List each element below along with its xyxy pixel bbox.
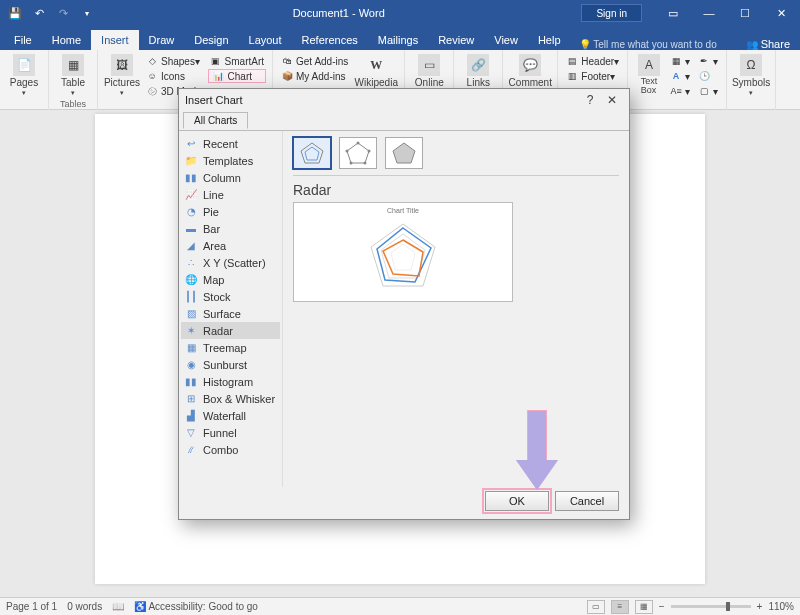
zoom-out-icon[interactable]: − xyxy=(659,601,665,612)
tab-references[interactable]: References xyxy=(292,30,368,50)
side-templates[interactable]: 📁Templates xyxy=(181,152,280,169)
pages-icon: 📄 xyxy=(13,54,35,76)
side-funnel[interactable]: ▽Funnel xyxy=(181,424,280,441)
side-scatter[interactable]: ∴X Y (Scatter) xyxy=(181,254,280,271)
qat-dropdown-icon[interactable]: ▾ xyxy=(78,4,96,22)
radar-subtype-1[interactable] xyxy=(293,137,331,169)
side-histogram[interactable]: ▮▮Histogram xyxy=(181,373,280,390)
tab-view[interactable]: View xyxy=(484,30,528,50)
tab-mailings[interactable]: Mailings xyxy=(368,30,428,50)
document-title: Document1 - Word xyxy=(96,7,581,19)
myaddins-button[interactable]: 📦My Add-ins xyxy=(279,69,350,83)
datetime-button[interactable]: 🕒 xyxy=(696,69,720,83)
pages-button[interactable]: 📄 Pages ▾ xyxy=(4,52,44,97)
side-line[interactable]: 📈Line xyxy=(181,186,280,203)
comment-button[interactable]: 💬 Comment xyxy=(507,52,553,88)
tab-review[interactable]: Review xyxy=(428,30,484,50)
side-column-label: Column xyxy=(203,172,241,184)
table-button[interactable]: ▦ Table ▾ xyxy=(53,52,93,97)
side-stock[interactable]: ┃┃Stock xyxy=(181,288,280,305)
side-sunburst[interactable]: ◉Sunburst xyxy=(181,356,280,373)
tell-me-placeholder: Tell me what you want to do xyxy=(593,39,716,50)
side-area[interactable]: ◢Area xyxy=(181,237,280,254)
wikipedia-label: Wikipedia xyxy=(355,77,398,88)
side-recent-label: Recent xyxy=(203,138,238,150)
side-surface[interactable]: ▨Surface xyxy=(181,305,280,322)
web-layout-icon[interactable]: ▦ xyxy=(635,600,653,614)
tab-draw[interactable]: Draw xyxy=(139,30,185,50)
header-icon: ▤ xyxy=(566,55,578,67)
side-bar[interactable]: ▬Bar xyxy=(181,220,280,237)
subtype-thumbs xyxy=(293,137,619,176)
side-pie[interactable]: ◔Pie xyxy=(181,203,280,220)
object-button[interactable]: ▢▾ xyxy=(696,84,720,98)
signature-button[interactable]: ✒▾ xyxy=(696,54,720,68)
close-icon[interactable]: ✕ xyxy=(764,0,798,26)
textbox-button[interactable]: A Text Box xyxy=(632,52,666,110)
radar-subtype-2[interactable] xyxy=(339,137,377,169)
cancel-button[interactable]: Cancel xyxy=(555,491,619,511)
dropcap-button[interactable]: A≡▾ xyxy=(668,84,692,98)
smartart-button[interactable]: ▣SmartArt xyxy=(208,54,266,68)
getaddins-button[interactable]: 🛍Get Add-ins xyxy=(279,54,350,68)
tell-me-search[interactable]: 💡 Tell me what you want to do xyxy=(579,39,717,50)
undo-icon[interactable]: ↶ xyxy=(30,4,48,22)
header-label: Header xyxy=(581,56,614,67)
header-button[interactable]: ▤Header ▾ xyxy=(564,54,621,68)
allcharts-tab[interactable]: All Charts xyxy=(183,112,248,129)
word-count[interactable]: 0 words xyxy=(67,601,102,612)
quickparts-icon: ▦ xyxy=(670,55,682,67)
print-layout-icon[interactable]: ≡ xyxy=(611,600,629,614)
onlinevideo-button[interactable]: ▭ Online xyxy=(409,52,449,88)
tab-file[interactable]: File xyxy=(4,30,42,50)
footer-button[interactable]: ▥Footer ▾ xyxy=(564,69,621,83)
page-indicator[interactable]: Page 1 of 1 xyxy=(6,601,57,612)
quickparts-button[interactable]: ▦▾ xyxy=(668,54,692,68)
shapes-button[interactable]: ◇Shapes ▾ xyxy=(144,54,204,68)
save-icon[interactable]: 💾 xyxy=(6,4,24,22)
side-radar[interactable]: ✶Radar xyxy=(181,322,280,339)
zoom-level[interactable]: 110% xyxy=(768,601,794,612)
side-boxwhisker[interactable]: ⊞Box & Whisker xyxy=(181,390,280,407)
recent-icon: ↩ xyxy=(184,137,198,151)
group-pages: 📄 Pages ▾ xyxy=(0,50,49,110)
tab-insert[interactable]: Insert xyxy=(91,30,139,50)
read-mode-icon[interactable]: ▭ xyxy=(587,600,605,614)
radar-subtype-3[interactable] xyxy=(385,137,423,169)
sign-in-button[interactable]: Sign in xyxy=(581,4,642,22)
ribbon-display-icon[interactable]: ▭ xyxy=(656,0,690,26)
tab-layout[interactable]: Layout xyxy=(239,30,292,50)
waterfall-icon: ▟ xyxy=(184,409,198,423)
side-map[interactable]: 🌐Map xyxy=(181,271,280,288)
zoom-in-icon[interactable]: + xyxy=(757,601,763,612)
maximize-icon[interactable]: ☐ xyxy=(728,0,762,26)
accessibility-status[interactable]: ♿ Accessibility: Good to go xyxy=(134,601,258,612)
dialog-help-icon[interactable]: ? xyxy=(579,93,601,107)
pictures-button[interactable]: 🖼 Pictures ▾ xyxy=(102,52,142,110)
pie-icon: ◔ xyxy=(184,205,198,219)
tab-home[interactable]: Home xyxy=(42,30,91,50)
share-button[interactable]: Share xyxy=(746,38,790,50)
tab-help[interactable]: Help xyxy=(528,30,571,50)
wordart-button[interactable]: A▾ xyxy=(668,69,692,83)
tab-design[interactable]: Design xyxy=(184,30,238,50)
side-treemap[interactable]: ▦Treemap xyxy=(181,339,280,356)
minimize-icon[interactable]: — xyxy=(692,0,726,26)
symbols-button[interactable]: Ω Symbols ▾ xyxy=(731,52,771,97)
side-combo[interactable]: ⫽Combo xyxy=(181,441,280,458)
text-icons-col2: ✒▾ 🕒 ▢▾ xyxy=(694,52,722,110)
svg-marker-9 xyxy=(371,224,435,286)
icons-button[interactable]: ☺Icons xyxy=(144,69,204,83)
chart-preview[interactable]: Chart Title xyxy=(293,202,513,302)
textbox-icon: A xyxy=(638,54,660,76)
side-waterfall[interactable]: ▟Waterfall xyxy=(181,407,280,424)
side-recent[interactable]: ↩Recent xyxy=(181,135,280,152)
zoom-slider[interactable] xyxy=(671,605,751,608)
side-column[interactable]: ▮▮Column xyxy=(181,169,280,186)
dialog-close-icon[interactable]: ✕ xyxy=(601,93,623,107)
spellcheck-icon[interactable]: 📖 xyxy=(112,601,124,612)
funnel-icon: ▽ xyxy=(184,426,198,440)
chart-button[interactable]: 📊Chart xyxy=(208,69,266,83)
redo-icon[interactable]: ↷ xyxy=(54,4,72,22)
status-bar: Page 1 of 1 0 words 📖 ♿ Accessibility: G… xyxy=(0,597,800,615)
